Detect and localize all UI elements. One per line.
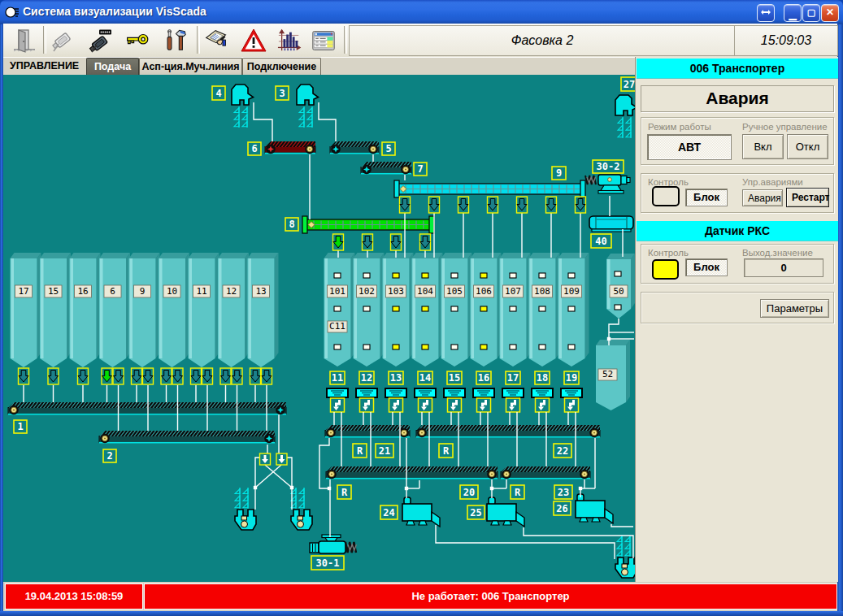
tab-podacha[interactable]: Подача (86, 58, 139, 76)
minimize-button[interactable]: ▁ (784, 4, 802, 22)
silo-108-tag: 108 (534, 286, 550, 297)
feeder-17-label: 17 (507, 372, 519, 384)
silo-103-roof (383, 253, 414, 258)
params-group: Параметры (641, 292, 834, 323)
conveyor-22[interactable] (416, 425, 600, 431)
silo-106-lamp-top (480, 273, 487, 278)
feeder-13-label: 13 (390, 372, 402, 384)
silo-12[interactable] (218, 258, 245, 358)
toolbar-separator (344, 26, 347, 54)
silo-106-lamp-middle (480, 306, 487, 311)
conveyor-7-right-roller-hub (405, 168, 406, 170)
blower-30-2-cap (627, 178, 630, 183)
manual-on-button[interactable]: Вкл (742, 134, 784, 159)
conveyor-20[interactable] (326, 466, 498, 472)
silo-6[interactable] (99, 258, 126, 358)
silo-9-roof (129, 253, 160, 258)
tab-aspiration[interactable]: Асп-ция.Муч.линия (139, 58, 242, 76)
control-menu-label[interactable]: УПРАВЛЕНИЕ (10, 60, 79, 72)
close-button[interactable]: ✕ (821, 4, 839, 22)
tab-connection[interactable]: Подключение (242, 58, 321, 76)
cyclone-27-label: 27 (624, 79, 635, 90)
screw-conveyor-8-right-cap (429, 216, 434, 233)
silo-105-tag: 105 (446, 286, 463, 297)
feeder-18-label: 18 (537, 372, 548, 384)
packer-25-label: 25 (470, 507, 481, 518)
key-icon[interactable] (125, 28, 150, 54)
silo-50-tag: 50 (613, 286, 624, 297)
cyclone-4-label: 4 (215, 88, 221, 99)
minimize-icon: ▁ (784, 7, 801, 22)
blower-30-1[interactable] (319, 541, 345, 553)
packer-25-foot (503, 521, 511, 525)
control-block-box[interactable]: Блок (685, 189, 728, 206)
silo-16[interactable] (70, 258, 97, 358)
feeder-14-label: 14 (419, 372, 431, 384)
conveyor-1[interactable] (8, 402, 286, 408)
conveyor-23[interactable] (501, 466, 590, 472)
silo-104-roof (412, 253, 443, 258)
packer-26[interactable] (576, 501, 605, 518)
report-table-icon[interactable] (311, 28, 336, 54)
device-panel: 006 Транспортер Авария Режим работы АВТ … (635, 57, 838, 582)
silo-17[interactable] (11, 258, 37, 358)
silo-105-lamp-middle (451, 306, 458, 311)
silo-107-lamp-bottom (510, 345, 516, 349)
tag-5-1: 5 (385, 143, 391, 154)
screw-feeder-40-label: 40 (595, 236, 606, 247)
restore-size-button[interactable] (757, 4, 775, 22)
title-bar[interactable]: Система визуализации VisScada ▁ ▢ ✕ (0, 0, 843, 24)
cyclone-3-label: 3 (279, 88, 285, 99)
silo-11-tag: 11 (196, 286, 206, 297)
connect-plug-icon[interactable] (89, 28, 113, 54)
silo-11[interactable] (189, 258, 215, 358)
sensor-output-label: Выход.значение (742, 248, 813, 258)
maximize-button[interactable]: ▢ (802, 4, 820, 22)
silo-105-roof (441, 253, 472, 258)
silo-10-highlight (159, 258, 163, 358)
tools-icon[interactable] (163, 28, 188, 54)
mode-group-label: Режим работы (648, 122, 711, 132)
maximize-icon: ▢ (803, 5, 819, 20)
trends-chart-icon[interactable] (277, 28, 302, 54)
exit-door-icon[interactable] (12, 28, 37, 54)
silo-13-side (275, 253, 279, 358)
silo-10-tag: 10 (167, 286, 177, 297)
alarm-triangle-icon[interactable] (241, 28, 267, 54)
silo-15[interactable] (40, 258, 67, 358)
silo-50-roof (606, 254, 635, 259)
manual-off-button[interactable]: Откл (787, 134, 828, 159)
silo-106-roof (471, 253, 502, 258)
conveyor-2[interactable] (99, 431, 275, 436)
device-panel-title: 006 Транспортер (637, 59, 838, 79)
silo-109-lamp-middle (568, 306, 575, 311)
conveyor-21[interactable] (325, 425, 410, 431)
silo-103-tag: 103 (388, 286, 404, 297)
conveyor-20-left-roller-hub (331, 473, 332, 475)
silo-9[interactable] (129, 258, 156, 358)
silo-109-tag: 109 (563, 286, 580, 297)
screen-title: Фасовка 2 (350, 26, 735, 55)
bin-52-side (626, 340, 630, 402)
silo-13[interactable] (248, 258, 275, 358)
packer-25[interactable] (487, 504, 516, 521)
silo-108-highlight (530, 258, 533, 358)
silo-17-tag: 17 (18, 286, 28, 297)
tag-R-7: R (357, 445, 363, 457)
journal-icon[interactable] (204, 28, 228, 54)
params-button[interactable]: Параметры (760, 299, 829, 318)
sensor-block-box[interactable]: Блок (685, 258, 728, 276)
packer-24[interactable] (402, 504, 432, 521)
tag-7-2: 7 (417, 163, 423, 175)
silo-10[interactable] (159, 258, 185, 358)
silo-107-roof (500, 253, 531, 258)
packer-26-foot (580, 518, 588, 522)
silo-10-roof (159, 253, 189, 258)
blower-30-2-hub (608, 178, 612, 182)
silo-16-highlight (71, 258, 74, 358)
disconnect-plug-icon[interactable] (50, 28, 75, 54)
silo-17-roof (11, 253, 41, 258)
restart-button[interactable]: Рестарт (786, 188, 829, 207)
alarm-button[interactable]: Авария (742, 189, 783, 206)
blower-30-2-bell (601, 185, 621, 191)
